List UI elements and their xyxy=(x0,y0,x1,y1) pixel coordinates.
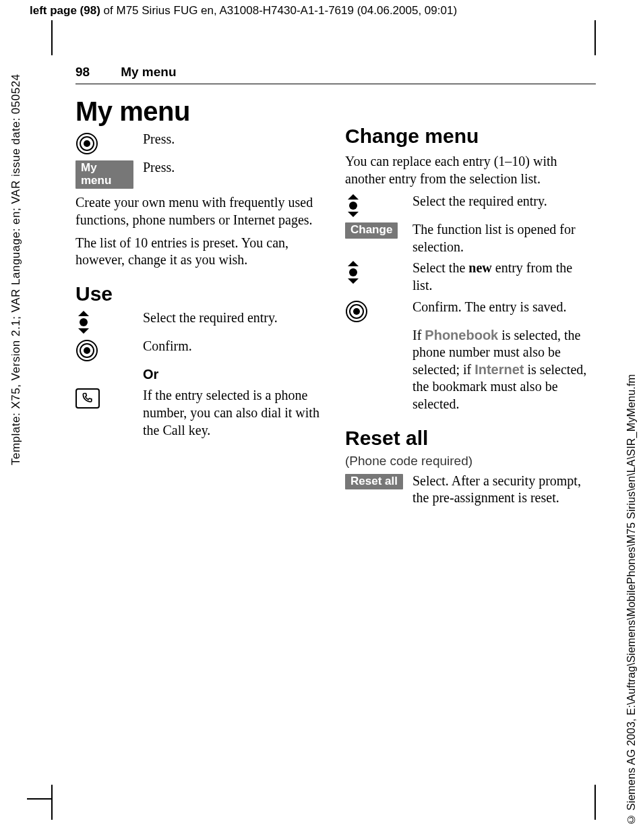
nav-updown-icon xyxy=(75,311,92,334)
svg-marker-5 xyxy=(78,328,89,334)
svg-marker-12 xyxy=(348,261,359,266)
text-fragment: Select the xyxy=(412,260,468,275)
center-key-icon xyxy=(75,339,98,362)
svg-point-13 xyxy=(349,268,357,276)
softkey-mymenu: My menu xyxy=(75,160,133,189)
page-title: My menu xyxy=(75,96,325,127)
step-callkey: If the entry selected is a phone number,… xyxy=(75,387,325,439)
step-text: The function list is opened for selectio… xyxy=(412,221,594,256)
page-number: 98 xyxy=(75,65,90,80)
step-text: If the entry selected is a phone number,… xyxy=(143,387,325,439)
step-softkey-reset: Reset all Select. After a security promp… xyxy=(345,473,594,507)
step-softkey-mymenu: My menu Press. xyxy=(75,159,325,189)
step-softkey-change: Change The function list is opened for s… xyxy=(345,221,594,256)
text-fragment: If xyxy=(412,328,425,342)
left-column: My menu Press. My menu Press. Create you xyxy=(75,96,325,511)
nav-updown-icon xyxy=(345,261,361,284)
right-column: Change menu You can replace each entry (… xyxy=(345,96,594,511)
top-meta: left page (98) of M75 Sirius FUG en, A31… xyxy=(30,4,457,18)
change-intro: You can replace each entry (1–10) with a… xyxy=(345,153,594,187)
svg-point-8 xyxy=(84,347,90,354)
step-text: Confirm. The entry is saved. xyxy=(412,299,594,316)
center-key-icon xyxy=(75,132,98,155)
svg-point-4 xyxy=(80,318,88,326)
call-key-icon xyxy=(75,388,100,409)
softkey-resetall: Reset all xyxy=(345,474,403,490)
crop-mark xyxy=(594,785,596,820)
reset-subtitle: (Phone code required) xyxy=(345,454,594,469)
svg-marker-9 xyxy=(348,194,359,200)
section-heading-change: Change menu xyxy=(345,125,594,148)
center-key-icon xyxy=(345,300,368,323)
step-or: Or xyxy=(75,366,325,384)
svg-marker-14 xyxy=(348,278,359,284)
step-confirm-save: Confirm. The entry is saved. xyxy=(345,299,594,323)
term-internet: Internet xyxy=(474,362,524,377)
svg-marker-11 xyxy=(348,212,359,217)
step-nav-new: Select the new entry from the list. xyxy=(345,260,594,294)
left-margin-meta: Template: X75, Version 2.1; VAR Language… xyxy=(9,20,23,465)
svg-point-17 xyxy=(353,308,360,315)
intro-paragraph: The list of 10 entries is preset. You ca… xyxy=(75,235,325,269)
top-meta-bold: left page (98) xyxy=(30,4,100,17)
step-nav-select: Select the required entry. xyxy=(75,309,325,334)
top-meta-rest: of M75 Sirius FUG en, A31008-H7430-A1-1-… xyxy=(100,4,457,17)
step-press-center: Press. xyxy=(75,131,325,155)
section-heading-reset: Reset all xyxy=(345,427,594,450)
note-phonebook-internet: If Phonebook is selected, the phone numb… xyxy=(345,327,594,413)
step-text: Press. xyxy=(143,159,325,177)
nav-updown-icon xyxy=(345,194,361,217)
crop-mark xyxy=(594,20,596,55)
step-text: If Phonebook is selected, the phone numb… xyxy=(412,327,594,413)
step-text: Confirm. xyxy=(143,338,325,355)
step-text: Select the new entry from the list. xyxy=(412,260,594,294)
svg-point-2 xyxy=(84,140,90,147)
page-content: 98 My menu My menu Press. My menu xyxy=(75,65,596,511)
svg-marker-3 xyxy=(78,311,89,316)
crop-mark xyxy=(27,798,51,800)
crop-mark xyxy=(51,20,53,55)
text-bold: new xyxy=(468,260,491,275)
intro-paragraph: Create your own menu with frequently use… xyxy=(75,194,325,229)
running-header: 98 My menu xyxy=(75,65,596,84)
svg-point-10 xyxy=(349,202,357,210)
crop-mark xyxy=(51,785,53,820)
or-label: Or xyxy=(143,366,325,384)
right-margin-meta: © Siemens AG 2003, E:\Auftrag\Siemens\Mo… xyxy=(625,299,638,825)
step-text: Select. After a security prompt, the pre… xyxy=(412,473,594,507)
step-text: Select the required entry. xyxy=(143,309,325,327)
section-heading-use: Use xyxy=(75,282,325,305)
step-nav-select: Select the required entry. xyxy=(345,193,594,217)
step-text: Select the required entry. xyxy=(412,193,594,210)
step-text: Press. xyxy=(143,131,325,148)
running-title: My menu xyxy=(121,65,176,80)
step-confirm: Confirm. xyxy=(75,338,325,362)
term-phonebook: Phonebook xyxy=(425,328,498,342)
softkey-change: Change xyxy=(345,222,398,239)
